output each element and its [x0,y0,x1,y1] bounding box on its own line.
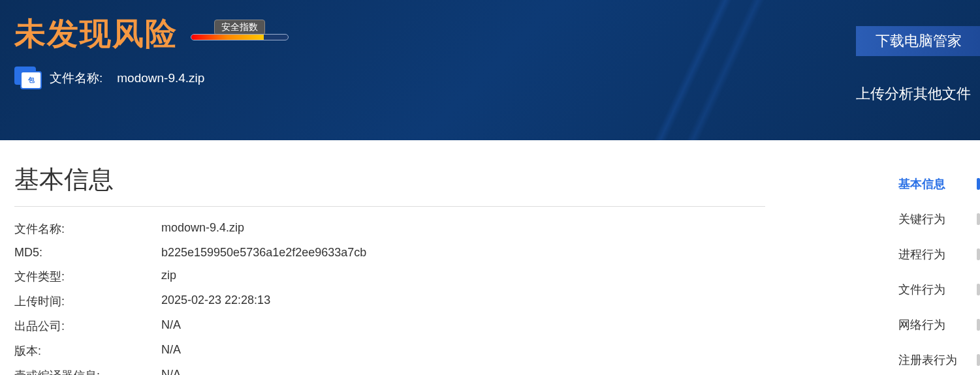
info-row: 壳或编译器信息: N/A [14,368,765,375]
nav-indicator-icon [977,284,980,295]
section-title: 基本信息 [14,163,765,207]
info-val: N/A [161,318,181,334]
nav-item-registry-behavior[interactable]: 注册表行为 [898,342,980,375]
nav-item-process-behavior[interactable]: 进程行为 [898,237,980,272]
info-val: N/A [161,368,181,375]
info-key: 上传时间: [14,293,161,309]
nav-label: 网络行为 [898,317,945,333]
nav-label: 进程行为 [898,247,945,262]
nav-label: 基本信息 [898,176,945,192]
info-key: 壳或编译器信息: [14,368,161,375]
info-row: 上传时间: 2025-02-23 22:28:13 [14,293,765,309]
info-row: 文件类型: zip [14,269,765,284]
info-key: MD5: [14,246,161,260]
nav-label: 注册表行为 [898,352,957,368]
nav-indicator-icon [977,213,980,225]
nav-item-basic-info[interactable]: 基本信息 [898,166,980,202]
nav-label: 关键行为 [898,211,945,227]
package-icon: 包 [14,67,42,89]
gauge-fill [191,35,264,40]
file-name-label: 文件名称: [50,70,103,87]
nav-label: 文件行为 [898,282,945,297]
info-key: 文件类型: [14,269,161,284]
info-val: zip [161,269,176,284]
info-val: b225e159950e5736a1e2f2ee9633a7cb [161,246,366,260]
nav-indicator-icon [977,248,980,260]
file-row: 包 文件名称: modown-9.4.zip [14,67,980,89]
info-row: 文件名称: modown-9.4.zip [14,221,765,237]
info-row: 版本: N/A [14,343,765,359]
info-val: 2025-02-23 22:28:13 [161,293,270,309]
nav-item-key-behavior[interactable]: 关键行为 [898,202,980,237]
info-row: 出品公司: N/A [14,318,765,334]
info-key: 出品公司: [14,318,161,334]
info-key: 版本: [14,343,161,359]
nav-item-file-behavior[interactable]: 文件行为 [898,272,980,307]
file-name-value: modown-9.4.zip [117,71,204,85]
download-manager-button[interactable]: 下载电脑管家 [856,26,980,56]
basic-info-table: 文件名称: modown-9.4.zip MD5: b225e159950e57… [14,221,765,375]
gauge-badge: 安全指数 [214,20,265,35]
risk-row: 未发现风险 安全指数 [14,13,980,55]
main-column: 基本信息 文件名称: modown-9.4.zip MD5: b225e1599… [14,163,765,375]
header-actions: 下载电脑管家 上传分析其他文件 [856,26,980,109]
risk-status-title: 未发现风险 [14,13,178,55]
content-area: 基本信息 文件名称: modown-9.4.zip MD5: b225e1599… [0,140,980,375]
info-val: modown-9.4.zip [161,221,244,237]
sidebar-nav: 基本信息 关键行为 进程行为 文件行为 网络行为 注册表行为 [898,166,980,375]
nav-item-network-behavior[interactable]: 网络行为 [898,307,980,342]
nav-indicator-icon [977,319,980,331]
header-banner: 未发现风险 安全指数 包 文件名称: modown-9.4.zip 下载电脑管家… [0,0,980,140]
gauge-bar [191,34,289,40]
upload-other-file-button[interactable]: 上传分析其他文件 [856,79,980,109]
nav-indicator-icon [977,354,980,366]
info-val: N/A [161,343,181,359]
safety-gauge: 安全指数 [191,34,289,40]
info-row: MD5: b225e159950e5736a1e2f2ee9633a7cb [14,246,765,260]
info-key: 文件名称: [14,221,161,237]
nav-indicator-icon [977,178,980,190]
